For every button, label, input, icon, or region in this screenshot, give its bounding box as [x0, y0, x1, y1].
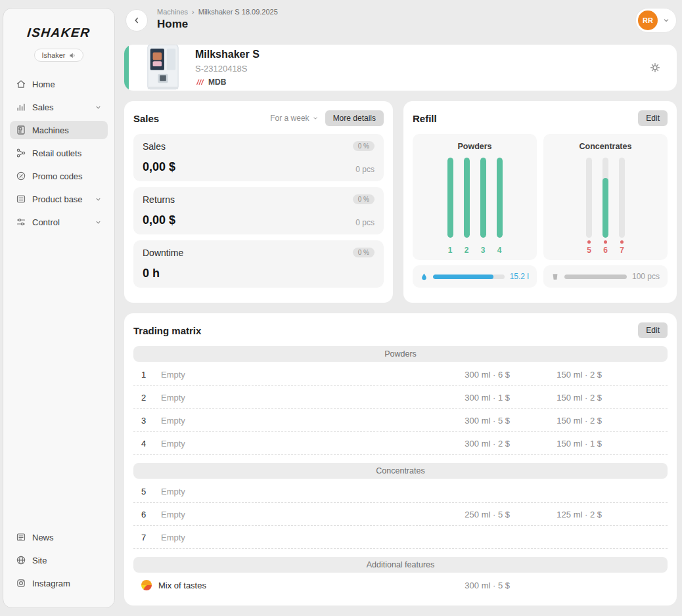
product-name: Empty: [161, 416, 185, 426]
account-menu[interactable]: RR: [635, 8, 677, 33]
product-name: Empty: [161, 393, 185, 403]
concentrate-slot: 6: [601, 158, 610, 255]
sidebar-item-instagram[interactable]: Instagram: [10, 574, 108, 592]
matrix-section-concentrates: Concentrates 5 Empty 6 Empty 250 ml · 5 …: [133, 463, 668, 549]
powder-slot: 2: [463, 158, 471, 255]
header-titles: Machines › Milkshaker S 18.09.2025 Home: [157, 8, 278, 31]
slot-number: 2: [141, 393, 157, 403]
product-name: Empty: [161, 533, 185, 542]
level-track: [602, 158, 608, 238]
sidebar-item-label: Sales: [32, 102, 54, 112]
sliders-icon: [16, 217, 26, 227]
metric-label: Sales: [143, 141, 175, 152]
refill-title: Refill: [413, 113, 437, 124]
price-small: 150 ml · 2 $: [510, 370, 602, 380]
slot-number: 1: [448, 246, 453, 255]
sidebar-item-label: Promo codes: [32, 171, 83, 181]
account-badge[interactable]: Ishaker: [34, 49, 83, 62]
sidebar-item-site[interactable]: Site: [10, 551, 108, 569]
machine-protocol: MDB: [195, 77, 260, 87]
news-icon: [16, 532, 26, 542]
machine-settings-button[interactable]: [649, 62, 661, 74]
level-track: [619, 158, 625, 238]
price-small: 150 ml · 2 $: [510, 393, 602, 403]
more-details-button[interactable]: More details: [325, 110, 384, 126]
level-fill: [602, 178, 608, 238]
product-name: Empty: [161, 487, 185, 496]
powders-bars: 1 2 3: [446, 158, 504, 255]
matrix-section-powders: Powders 1 Empty 300 ml · 6 $ 150 ml · 2 …: [133, 346, 668, 455]
status-accent-bar: [124, 45, 129, 91]
sidebar-item-label: Product base: [32, 194, 83, 204]
sidebar-item-product-base[interactable]: Product base: [10, 190, 108, 208]
sales-metric-row: Sales 0,00 $ 0 % 0 pcs: [133, 134, 384, 181]
slot-number: 7: [620, 246, 624, 255]
metric-left: Sales 0,00 $: [143, 141, 175, 174]
slot-number: 1: [141, 370, 157, 380]
level-fill: [480, 158, 486, 238]
metric-secondary: 0 pcs: [355, 165, 375, 174]
chevron-down-icon: [95, 219, 102, 226]
refill-edit-button[interactable]: Edit: [638, 110, 668, 126]
sidebar-item-home[interactable]: Home: [10, 75, 108, 93]
concentrate-slot: 5: [585, 158, 593, 255]
water-level-track: [433, 275, 505, 279]
bar-chart-icon: [16, 102, 26, 112]
metric-right: 0 % 0 pcs: [353, 194, 375, 227]
matrix-edit-button[interactable]: Edit: [638, 322, 668, 338]
period-select[interactable]: For a week: [270, 114, 318, 123]
percent-badge: 0 %: [353, 194, 375, 204]
percent-badge: 0 %: [353, 141, 375, 151]
home-icon: [16, 79, 26, 89]
breadcrumb: Machines › Milkshaker S 18.09.2025: [157, 8, 278, 16]
product-name: Empty: [161, 370, 185, 380]
sidebar-item-sales[interactable]: Sales: [10, 98, 108, 116]
matrix-row: 4 Empty 300 ml · 2 $ 150 ml · 1 $: [133, 432, 668, 455]
low-level-dot: [604, 240, 607, 244]
concentrates-panel: Concentrates 5 6: [543, 134, 668, 260]
metric-value: 0 h: [143, 267, 183, 280]
sidebar-item-control[interactable]: Control: [10, 213, 108, 231]
slot-number: 6: [141, 510, 157, 519]
sidebar-item-label: Home: [32, 79, 55, 89]
metric-left: Returns 0,00 $: [143, 194, 175, 227]
concentrate-slot: 7: [618, 158, 626, 255]
mix-of-tastes-icon: [141, 580, 152, 590]
slot-number: 3: [141, 416, 157, 426]
downtime-metric-row: Downtime 0 h 0 %: [133, 240, 384, 288]
sidebar-footer: News Site Instagram: [10, 528, 108, 597]
price-small: 125 ml · 2 $: [510, 510, 602, 519]
refill-meters: 15.2 l 100 pcs: [413, 265, 668, 288]
list-card-icon: [16, 194, 26, 204]
sidebar-item-retail-outlets[interactable]: Retail outlets: [10, 144, 108, 162]
matrix-row: 5 Empty: [133, 480, 668, 503]
sidebar-item-machines[interactable]: Machines: [10, 121, 108, 139]
cups-meter: 100 pcs: [543, 265, 668, 288]
low-level-dot: [620, 240, 624, 244]
sidebar-item-news[interactable]: News: [10, 528, 108, 546]
page-title: Home: [157, 18, 278, 31]
matrix-row: Mix of tastes 300 ml · 5 $: [133, 574, 668, 596]
breadcrumb-machines[interactable]: Machines: [157, 8, 188, 16]
back-button[interactable]: [125, 9, 148, 32]
matrix-section-additional: Additional features Mix of tastes 300 ml…: [133, 557, 668, 596]
price-large: 300 ml · 6 $: [398, 370, 510, 380]
chevron-down-icon: [662, 16, 670, 24]
matrix-header: Trading matrix Edit: [133, 322, 668, 338]
price-small: 150 ml · 2 $: [510, 416, 602, 426]
price-large: 300 ml · 5 $: [398, 416, 510, 426]
price-large: 300 ml · 2 $: [398, 439, 510, 449]
section-header: Powders: [133, 346, 668, 362]
low-level-dot: [587, 240, 591, 244]
machine-card: Milkshaker S S-23120418S MDB: [124, 45, 677, 91]
price-large: 300 ml · 1 $: [398, 393, 510, 403]
product-name: Mix of tastes: [158, 581, 206, 590]
concentrates-bars: 5 6 7: [585, 158, 626, 255]
vending-machine-icon: [16, 125, 26, 135]
water-drop-icon: [421, 273, 428, 281]
sidebar-item-promo-codes[interactable]: Promo codes: [10, 167, 108, 185]
slot-number: 5: [141, 487, 157, 496]
powders-title: Powders: [457, 142, 491, 151]
refill-card-header: Refill Edit: [413, 110, 668, 126]
machine-info: Milkshaker S S-23120418S MDB: [195, 49, 260, 87]
